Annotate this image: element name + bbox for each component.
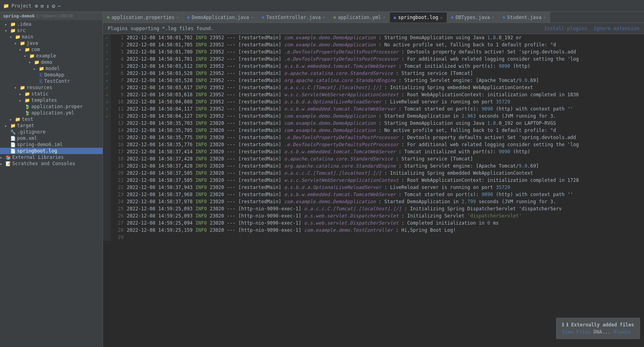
log-pid: 23020 --- — [207, 128, 238, 133]
tree-item-java[interactable]: ▾ 📁 java — [0, 40, 103, 46]
tab-app-props[interactable]: ● application.properties ✕ — [103, 12, 183, 23]
tree-item-extlibs[interactable]: ▸ 📚 External Libraries — [0, 154, 103, 160]
add-icon[interactable]: ⊕ — [35, 3, 38, 9]
tree-item-model[interactable]: ▸ 📁 model — [0, 65, 103, 72]
tab-student[interactable]: ● Student.java ✕ — [499, 12, 550, 23]
check-icon: ✓ — [106, 57, 108, 61]
log-row: 17 2022-12-08 14:58:37,414 INFO 23020 --… — [103, 148, 644, 155]
tree-item-springbootlog[interactable]: 📄 springboot.log — [0, 148, 103, 154]
log-content: 2022-12-08 14:58:03,528 INFO 23952 --- [… — [127, 70, 644, 77]
tree-item-target[interactable]: ▸ 📁 target — [0, 122, 103, 129]
minimize-icon[interactable]: − — [57, 3, 61, 9]
tree-item-com[interactable]: ▾ 📁 com — [0, 46, 103, 53]
tree-icon-appproper: 🍃 — [25, 104, 30, 109]
log-thread: [restartedMain] — [238, 128, 284, 133]
chevron-demo: ▾ — [29, 60, 33, 65]
tab-icon-test-ctrl: ● — [262, 15, 265, 20]
log-logger: com.example.demo.DemoApplication — [284, 128, 375, 133]
tree-item-springdemo6iml[interactable]: 📄 spring-demo6.iml — [0, 141, 103, 148]
tab-close-demo-app[interactable]: ✕ — [251, 15, 253, 19]
tree-item-idea[interactable]: ▸ 📁 .idea — [0, 21, 103, 27]
tree-item-DemoApp[interactable]: C DemoApp — [0, 72, 103, 78]
tab-app-yml[interactable]: ● application.yml ✕ — [330, 12, 390, 23]
log-level: INFO — [195, 213, 207, 219]
view-files-link[interactable]: View Files — [562, 329, 591, 335]
tab-close-app-yml[interactable]: ✕ — [383, 15, 385, 19]
tree-item-test[interactable]: ▸ 📁 test — [0, 116, 103, 122]
line-number: 15 — [111, 134, 127, 141]
log-ts: 2022-12-08 14:58:03,618 — [127, 92, 195, 97]
gutter-empty — [103, 120, 111, 127]
settings-icon[interactable]: ⚙ — [52, 3, 55, 9]
tab-close-dbtypes[interactable]: ✕ — [492, 15, 494, 19]
plugin-bar: Plugins supporting *.log files found. In… — [103, 23, 644, 34]
tree-item-demo[interactable]: ▾ 📁 demo — [0, 59, 103, 65]
tree-item-scratches[interactable]: ▸ 📝 Scratches and Consoles — [0, 160, 103, 167]
sort-icon[interactable]: ↕ — [46, 3, 49, 9]
log-thread: [restartedMain] — [238, 185, 284, 190]
log-ts: 2022-12-08 14:59:25,094 — [127, 220, 195, 226]
log-row: 13 2022-12-08 14:58:35,703 INFO 23020 --… — [103, 120, 644, 127]
log-logger: o.s.b.w.embedded.tomcat.TomcatWebServer — [284, 63, 396, 69]
log-ts: 2022-12-08 14:58:37,968 — [127, 192, 195, 197]
log-thread: [restartedMain] — [238, 78, 284, 83]
always-link[interactable]: Always — [614, 329, 631, 335]
log-row: ✓ 10 2022-12-08 14:58:04,088 INFO 23952 … — [103, 98, 644, 105]
log-ts: 2022-12-08 14:58:03,512 — [127, 63, 195, 69]
tree-icon-static: 📁 — [25, 92, 30, 97]
check-icon: ✓ — [106, 100, 108, 104]
check-icon: ✓ — [106, 71, 108, 76]
tab-close-app-props[interactable]: ✕ — [177, 15, 179, 19]
log-content: 2022-12-08 14:58:37,505 INFO 23020 --- [… — [127, 170, 644, 177]
line-number: 8 — [111, 84, 127, 91]
tab-dbtypes[interactable]: ● DBTypes.java ✕ — [447, 12, 499, 23]
tab-label-app-yml: application.yml — [338, 15, 381, 20]
line-number: 22 — [111, 184, 127, 191]
tab-close-student[interactable]: ✕ — [543, 15, 546, 19]
chevron-resources: ▾ — [14, 86, 19, 90]
editor-panel: ● application.properties ✕ ● DemoApplica… — [103, 12, 644, 347]
tree-item-resources[interactable]: ▾ 📁 resources — [0, 84, 103, 91]
tab-icon-demo-app: ● — [187, 15, 190, 20]
install-plugins-link[interactable]: Install plugins — [544, 26, 587, 31]
chevron-src: ▾ — [5, 29, 10, 33]
tree-item-main[interactable]: ▾ 📁 main — [0, 34, 103, 40]
check-icon: ✓ — [106, 107, 108, 111]
log-ts: 2022-12-08 14:58:01,780 — [127, 49, 195, 55]
tree-item-pomxml[interactable]: 📄 pom.xml — [0, 135, 103, 141]
menu-icon[interactable]: ≡ — [40, 3, 44, 9]
editor-content[interactable]: ✓ 1 2022-12-08 14:58:01,702 INFO 23952 -… — [103, 34, 644, 347]
log-level: INFO — [195, 42, 207, 48]
tree-item-TestContr[interactable]: C TestContr — [0, 78, 103, 84]
tab-demo-app[interactable]: ● DemoApplication.java ✕ — [183, 12, 258, 23]
log-row: ✓ 1 2022-12-08 14:58:01,702 INFO 23952 -… — [103, 34, 644, 41]
tree-item-example[interactable]: ▾ 📁 example — [0, 53, 103, 59]
tree-label-static: static — [31, 91, 48, 97]
line-number: 11 — [111, 105, 127, 112]
log-msg: : Starting DemoApplication using Java 1.… — [376, 35, 522, 40]
line-number: 12 — [111, 112, 127, 120]
line-number: 25 — [111, 205, 127, 212]
tab-close-test-ctrl[interactable]: ✕ — [323, 15, 325, 19]
gutter-empty — [103, 162, 111, 170]
tab-test-ctrl[interactable]: ● TestController.java ✕ — [258, 12, 330, 23]
line-number: 2 — [111, 41, 127, 48]
tree-item-static[interactable]: ▸ 📁 static — [0, 91, 103, 97]
log-level: INFO — [195, 120, 207, 126]
tree-item-templates[interactable]: ▸ 📁 templates — [0, 97, 103, 103]
tree-item-appproper[interactable]: 🍃 application.proper — [0, 103, 103, 110]
tab-close-springboot-log[interactable]: ✕ — [440, 15, 443, 20]
gutter-check: ✓ — [103, 84, 111, 91]
tree-label-java: java — [27, 40, 38, 46]
tree-label-appproper: application.proper — [31, 104, 83, 109]
log-row: 18 2022-12-08 14:58:37,428 INFO 23020 --… — [103, 155, 644, 162]
log-pid: 23020 --- — [207, 227, 238, 233]
tree-item-gitignore[interactable]: 🔧 .gitignore — [0, 129, 103, 135]
tab-springboot-log[interactable]: ● springboot.log ✕ — [390, 12, 447, 23]
ignore-extension-link[interactable]: Ignore extension — [593, 26, 639, 31]
tree-label-target: target — [17, 123, 34, 128]
gutter-empty — [103, 184, 111, 191]
tree-item-appyml[interactable]: 🍃 application.yml — [0, 110, 103, 116]
tree-item-src[interactable]: ▾ 📁 src — [0, 27, 103, 34]
tree-label-TestContr: TestContr — [44, 78, 70, 84]
